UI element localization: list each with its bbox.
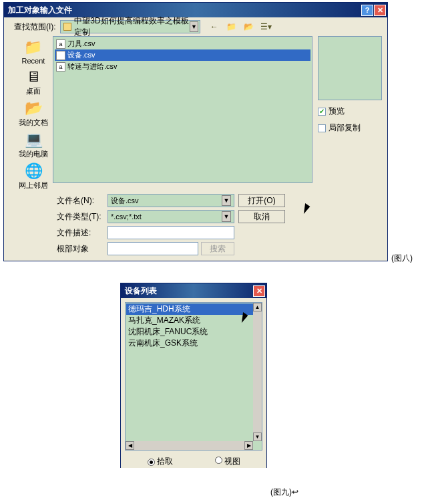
list-item[interactable]: 云南机床_GSK系统: [126, 338, 261, 349]
new-folder-icon[interactable]: 📂: [243, 21, 255, 33]
sidebar-item-documents[interactable]: 📂我的文档: [18, 98, 49, 128]
chevron-down-icon[interactable]: ▼: [222, 211, 231, 222]
file-open-dialog: 加工对象输入文件 ? ✕ 查找范围(I): 中望3D如何提高编程效率之模板定制 …: [3, 2, 388, 261]
places-bar: 📁Recent 🖥桌面 📂我的文档 💻我的电脑 🌐网上邻居: [14, 36, 53, 191]
chevron-down-icon[interactable]: ▼: [222, 195, 231, 206]
up-folder-icon[interactable]: 📁: [226, 21, 238, 33]
search-button: 搜索: [201, 242, 234, 255]
device-list-dialog: 设备列表 ✕ 德玛吉_HDH系统 马扎克_MAZAK系统 沈阳机床_FANUC系…: [120, 283, 267, 468]
dialog-title: 设备列表: [125, 285, 253, 297]
sidebar-item-network[interactable]: 🌐网上邻居: [18, 161, 49, 191]
preview-panel: [318, 36, 382, 100]
view-menu-icon[interactable]: ☰▾: [260, 21, 272, 33]
device-listbox[interactable]: 德玛吉_HDH系统 马扎克_MAZAK系统 沈阳机床_FANUC系统 云南机床_…: [125, 302, 262, 451]
file-icon: a: [56, 51, 65, 60]
computer-icon: 💻: [23, 130, 43, 149]
help-button[interactable]: ?: [361, 5, 373, 16]
filedesc-input[interactable]: [108, 226, 234, 239]
documents-icon: 📂: [23, 99, 43, 118]
filedesc-label: 文件描述:: [57, 227, 103, 239]
filename-label: 文件名(N):: [57, 195, 103, 207]
dialog-title: 加工对象输入文件: [8, 5, 361, 16]
sidebar-item-recent[interactable]: 📁Recent: [21, 37, 46, 66]
look-in-dropdown[interactable]: 中望3D如何提高编程效率之模板定制 ▼: [60, 20, 200, 33]
titlebar: 设备列表 ✕: [121, 283, 266, 298]
file-list[interactable]: a刀具.csv a设备.csv a转速与进给.csv: [53, 36, 312, 183]
folder-icon: [63, 23, 72, 31]
radio-view[interactable]: 视图: [215, 456, 240, 467]
horizontal-scrollbar[interactable]: ◀▶: [126, 441, 253, 450]
file-icon: a: [56, 39, 65, 49]
look-in-value: 中望3D如何提高编程效率之模板定制: [74, 15, 190, 38]
file-item[interactable]: a刀具.csv: [55, 38, 310, 49]
sidebar-item-computer[interactable]: 💻我的电脑: [18, 130, 49, 160]
file-item[interactable]: a转速与进给.csv: [55, 61, 310, 72]
desktop-icon: 🖥: [23, 68, 43, 86]
back-icon[interactable]: ←: [208, 21, 220, 33]
local-copy-checkbox[interactable]: 局部复制: [318, 122, 382, 134]
open-button[interactable]: 打开(O): [238, 194, 285, 207]
rootobj-label: 根部对象: [57, 243, 103, 255]
preview-checkbox[interactable]: ✔预览: [318, 106, 382, 117]
close-button[interactable]: ✕: [253, 285, 265, 297]
file-icon: a: [56, 62, 65, 72]
sidebar-item-desktop[interactable]: 🖥桌面: [23, 67, 44, 97]
radio-pick[interactable]: 拾取: [148, 456, 173, 467]
filetype-label: 文件类型(T):: [57, 211, 103, 223]
look-in-label: 查找范围(I):: [14, 21, 60, 33]
filename-input[interactable]: 设备.csv▼: [108, 194, 234, 207]
titlebar: 加工对象输入文件 ? ✕: [4, 3, 387, 17]
list-item[interactable]: 沈阳机床_FANUC系统: [126, 326, 261, 338]
close-button[interactable]: ✕: [374, 5, 386, 16]
list-item[interactable]: 马扎克_MAZAK系统: [126, 315, 261, 326]
filetype-dropdown[interactable]: *.csv;*.txt▼: [108, 210, 234, 223]
figure-caption-8: (图八): [391, 253, 413, 264]
list-item[interactable]: 德玛吉_HDH系统: [126, 303, 261, 315]
chevron-down-icon[interactable]: ▼: [190, 21, 198, 32]
recent-icon: 📁: [23, 38, 43, 57]
rootobj-input[interactable]: [108, 242, 198, 255]
network-icon: 🌐: [23, 162, 43, 180]
vertical-scrollbar[interactable]: ▲▼: [253, 303, 262, 441]
file-item[interactable]: a设备.csv: [55, 49, 310, 61]
cancel-button[interactable]: 取消: [238, 210, 285, 223]
